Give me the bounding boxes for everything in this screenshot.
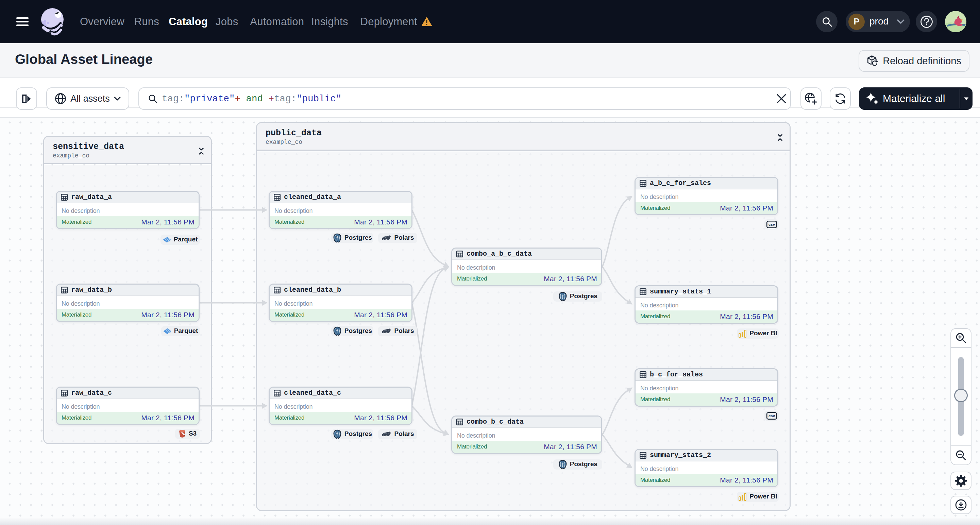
svg-text:csv: csv <box>768 223 775 226</box>
svg-text:csv: csv <box>768 414 775 418</box>
